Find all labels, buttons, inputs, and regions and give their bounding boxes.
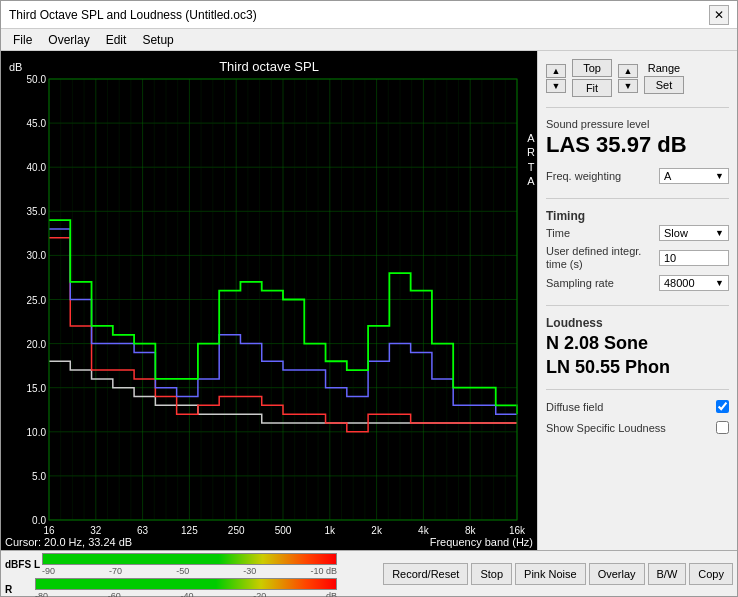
bw-button[interactable]: B/W [648, 563, 687, 585]
top-button[interactable]: Top [572, 59, 612, 77]
top-label-group: Top Fit [572, 59, 612, 97]
title-bar: Third Octave SPL and Loudness (Untitled.… [1, 1, 737, 29]
range-set-group: Range Set [644, 62, 684, 94]
loudness-ln-value: LN 50.55 Phon [546, 356, 729, 379]
sampling-rate-row: Sampling rate 48000 ▼ [546, 275, 729, 291]
set-button[interactable]: Set [644, 76, 684, 94]
bottom-buttons: Record/Reset Stop Pink Noise Overlay B/W… [341, 551, 737, 596]
diffuse-field-row: Diffuse field [546, 400, 729, 413]
main-window: Third Octave SPL and Loudness (Untitled.… [0, 0, 738, 597]
dbfs-section: dBFS L -90 -70 -50 -30 -10 dB R [1, 551, 341, 596]
chart-canvas [1, 51, 537, 550]
db-label: dB [9, 61, 22, 73]
show-specific-label: Show Specific Loudness [546, 422, 666, 434]
menu-edit[interactable]: Edit [98, 31, 135, 49]
loudness-section: Loudness N 2.08 Sone LN 50.55 Phon [546, 316, 729, 379]
cursor-info: Cursor: 20.0 Hz, 33.24 dB [1, 534, 136, 550]
record-reset-button[interactable]: Record/Reset [383, 563, 468, 585]
top-fit-group: ▲ ▼ [546, 64, 566, 93]
chart-area: dB Third octave SPL ARTA Cursor: 20.0 Hz… [1, 51, 537, 550]
range-arrows: ▲ ▼ [618, 64, 638, 93]
top-down-btn[interactable]: ▼ [546, 79, 566, 93]
menu-bar: File Overlay Edit Setup [1, 29, 737, 51]
time-arrow: ▼ [715, 228, 724, 238]
dbfs-row-r: R -80 -60 -40 -20 dB [5, 578, 337, 597]
loudness-n-value: N 2.08 Sone [546, 332, 729, 355]
top-arrows: ▲ ▼ [546, 64, 566, 93]
spl-section: Sound pressure level LAS 35.97 dB [546, 118, 729, 162]
menu-file[interactable]: File [5, 31, 40, 49]
top-up-btn[interactable]: ▲ [546, 64, 566, 78]
range-down-btn[interactable]: ▼ [618, 79, 638, 93]
divider-3 [546, 305, 729, 306]
l-meter: -90 -70 -50 -30 -10 dB [42, 553, 337, 576]
time-dropdown[interactable]: Slow ▼ [659, 225, 729, 241]
dbfs-l-label: dBFS L [5, 559, 40, 570]
menu-setup[interactable]: Setup [134, 31, 181, 49]
fit-button[interactable]: Fit [572, 79, 612, 97]
show-specific-row: Show Specific Loudness [546, 421, 729, 434]
r-meter: -80 -60 -40 -20 dB [35, 578, 337, 597]
divider-2 [546, 198, 729, 199]
show-specific-checkbox[interactable] [716, 421, 729, 434]
top-controls: ▲ ▼ Top Fit ▲ ▼ Range Set [546, 59, 729, 97]
l-meter-bar [42, 553, 337, 565]
close-button[interactable]: ✕ [709, 5, 729, 25]
time-value: Slow [664, 227, 688, 239]
dbfs-r-label: R [5, 584, 33, 595]
loudness-title: Loudness [546, 316, 729, 330]
r-meter-labels: -80 -60 -40 -20 dB [35, 591, 337, 597]
range-group: ▲ ▼ [618, 64, 638, 93]
sampling-rate-value: 48000 [664, 277, 695, 289]
right-panel: ▲ ▼ Top Fit ▲ ▼ Range Set [537, 51, 737, 550]
freq-weighting-value: A [664, 170, 671, 182]
sampling-rate-dropdown[interactable]: 48000 ▼ [659, 275, 729, 291]
user-defined-row: User defined integr. time (s) [546, 245, 729, 271]
arta-label: ARTA [527, 131, 535, 188]
r-meter-bar [35, 578, 337, 590]
spl-label: Sound pressure level [546, 118, 729, 130]
bottom-bar: dBFS L -90 -70 -50 -30 -10 dB R [1, 550, 737, 596]
divider-4 [546, 389, 729, 390]
divider-1 [546, 107, 729, 108]
spl-value: LAS 35.97 dB [546, 132, 729, 158]
main-content: dB Third octave SPL ARTA Cursor: 20.0 Hz… [1, 51, 737, 550]
chart-container: dB Third octave SPL ARTA Cursor: 20.0 Hz… [1, 51, 537, 550]
sampling-rate-arrow: ▼ [715, 278, 724, 288]
copy-button[interactable]: Copy [689, 563, 733, 585]
range-label: Range [648, 62, 680, 74]
menu-overlay[interactable]: Overlay [40, 31, 97, 49]
time-row: Time Slow ▼ [546, 225, 729, 241]
chart-title: Third octave SPL [215, 55, 323, 78]
diffuse-field-label: Diffuse field [546, 401, 603, 413]
freq-band-label: Frequency band (Hz) [426, 534, 537, 550]
pink-noise-button[interactable]: Pink Noise [515, 563, 586, 585]
freq-weighting-dropdown[interactable]: A ▼ [659, 168, 729, 184]
user-defined-input[interactable] [659, 250, 729, 266]
freq-weighting-label: Freq. weighting [546, 170, 621, 182]
range-up-btn[interactable]: ▲ [618, 64, 638, 78]
freq-weighting-row: Freq. weighting A ▼ [546, 168, 729, 184]
user-defined-label: User defined integr. time (s) [546, 245, 646, 271]
freq-weighting-arrow: ▼ [715, 171, 724, 181]
overlay-button[interactable]: Overlay [589, 563, 645, 585]
time-label: Time [546, 227, 570, 239]
window-title: Third Octave SPL and Loudness (Untitled.… [9, 8, 257, 22]
timing-title: Timing [546, 209, 729, 223]
timing-section: Timing Time Slow ▼ User defined integr. … [546, 209, 729, 295]
sampling-rate-label: Sampling rate [546, 277, 614, 289]
dbfs-row-l: dBFS L -90 -70 -50 -30 -10 dB [5, 553, 337, 576]
stop-button[interactable]: Stop [471, 563, 512, 585]
l-meter-labels: -90 -70 -50 -30 -10 dB [42, 566, 337, 576]
diffuse-field-checkbox[interactable] [716, 400, 729, 413]
